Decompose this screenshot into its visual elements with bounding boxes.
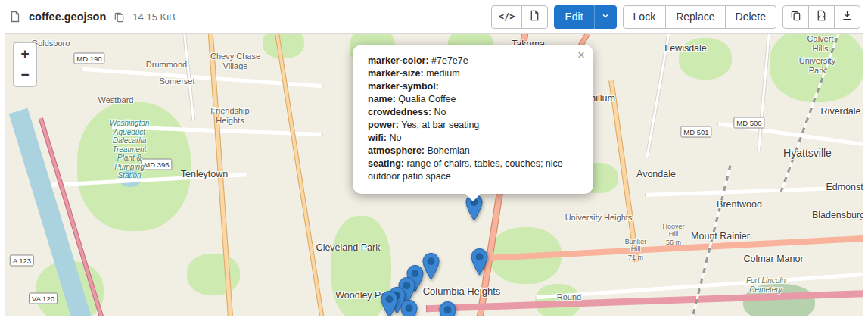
edit-split-button: Edit bbox=[554, 5, 616, 29]
chevron-down-icon bbox=[601, 11, 610, 23]
edit-dropdown-button[interactable] bbox=[594, 5, 617, 29]
view-source-button[interactable]: </> bbox=[491, 5, 523, 29]
map-marker[interactable] bbox=[381, 291, 398, 316]
map-marker[interactable] bbox=[471, 248, 488, 276]
clipboard-icon bbox=[790, 10, 801, 23]
download-icon bbox=[842, 10, 853, 23]
popup-properties: marker-color: #7e7e7emarker-size: medium… bbox=[368, 55, 578, 183]
map-marker[interactable] bbox=[400, 300, 418, 316]
popup-property: marker-color: #7e7e7e bbox=[368, 55, 578, 67]
edit-button[interactable]: Edit bbox=[554, 5, 593, 29]
file-info: coffee.geojson 14.15 KiB bbox=[8, 9, 485, 24]
zoom-in-button[interactable]: + bbox=[14, 43, 36, 64]
lock-button[interactable]: Lock bbox=[623, 5, 667, 29]
map-marker[interactable] bbox=[422, 253, 440, 280]
zoom-out-button[interactable]: − bbox=[14, 64, 36, 86]
replace-button[interactable]: Replace bbox=[665, 5, 725, 29]
document-icon bbox=[529, 10, 540, 23]
file-icon bbox=[8, 9, 23, 24]
popup-property: wifi: No bbox=[368, 132, 578, 145]
popup-property: marker-size: medium bbox=[368, 67, 578, 80]
file-toolbar: coffee.geojson 14.15 KiB </> Edit bbox=[0, 0, 868, 33]
popup-property: name: Qualia Coffee bbox=[368, 93, 578, 106]
zoom-control: + − bbox=[13, 42, 37, 87]
popup-property: crowdedness: No bbox=[368, 106, 578, 119]
popup-property: atmosphere: Bohemian bbox=[368, 145, 578, 157]
file-code-icon bbox=[816, 10, 827, 23]
open-raw-button[interactable] bbox=[808, 5, 835, 29]
file-size: 14.15 KiB bbox=[132, 11, 175, 23]
code-icon: </> bbox=[499, 11, 515, 22]
toolbar-actions: </> Edit Lock Replace Delete bbox=[491, 5, 860, 29]
popup-property: seating: range of chairs, tables, couche… bbox=[368, 157, 578, 183]
popup-property: marker-symbol: bbox=[368, 80, 578, 93]
view-toggle-group: </> bbox=[491, 5, 549, 29]
popup-property: power: Yes, at bar seating bbox=[368, 119, 578, 132]
delete-button[interactable]: Delete bbox=[725, 5, 776, 29]
file-action-group: Lock Replace Delete bbox=[623, 5, 776, 29]
map-marker[interactable] bbox=[439, 301, 456, 316]
copy-path-icon[interactable] bbox=[112, 10, 126, 24]
popup-close-icon[interactable]: × bbox=[575, 48, 587, 63]
feature-popup: × marker-color: #7e7e7emarker-size: medi… bbox=[353, 45, 593, 194]
view-rendered-button[interactable] bbox=[521, 5, 548, 29]
file-name: coffee.geojson bbox=[29, 11, 106, 23]
map-canvas[interactable]: GoldsboroTakomaLewisdaleCalvert HillsUni… bbox=[5, 33, 863, 316]
copy-contents-button[interactable] bbox=[782, 5, 809, 29]
raw-action-group bbox=[782, 5, 860, 29]
download-button[interactable] bbox=[834, 5, 860, 29]
